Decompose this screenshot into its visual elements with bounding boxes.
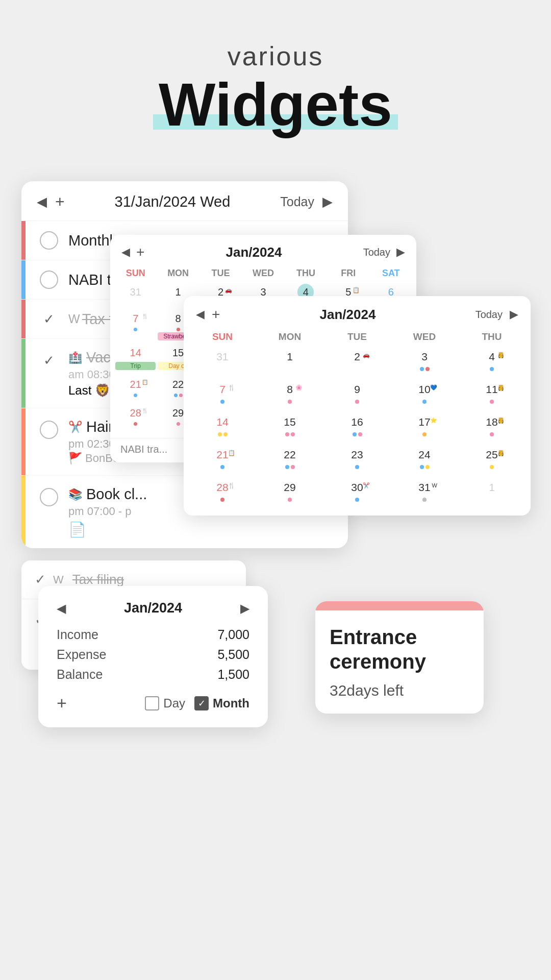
big-cal-cell[interactable]: 4👸 — [458, 346, 525, 377]
big-cal-cell[interactable]: 17⭐ — [391, 411, 458, 442]
day-header-wed: WED — [242, 266, 284, 280]
big-day-tue: TUE — [323, 330, 391, 344]
finance-footer: + Day ✓ Month — [57, 693, 249, 713]
task-done-check-vacc: ✓ — [40, 351, 58, 370]
big-cal-cell[interactable]: 1 — [458, 477, 525, 507]
big-cal-cell[interactable]: 10💙 — [391, 379, 458, 409]
big-cal-prev[interactable]: ◀ — [196, 308, 205, 321]
big-cal-day-headers: SUN MON TUE WED THU — [184, 330, 531, 344]
finance-prev[interactable]: ◀ — [57, 601, 66, 616]
day-header-tue: TUE — [199, 266, 242, 280]
task-done-check-tax: ✓ — [40, 310, 58, 328]
day-header-mon: MON — [157, 266, 199, 280]
big-day-sun: SUN — [189, 330, 256, 344]
title-text: Widgets — [159, 74, 392, 137]
big-day-mon: MON — [256, 330, 323, 344]
subtitle-text: various — [0, 41, 551, 71]
big-cal-cell[interactable]: 29 — [256, 477, 323, 507]
big-cal-cell[interactable]: 21📋 — [189, 444, 256, 475]
big-cal-cell[interactable]: 25👸 — [458, 444, 525, 475]
cal-cell[interactable]: 31 — [114, 282, 157, 308]
finance-widget: ◀ Jan/2024 ▶ Income 7,000 Expense 5,500 … — [38, 586, 268, 727]
day-label: Day — [163, 696, 185, 710]
income-label: Income — [57, 627, 98, 642]
finance-balance-row: Balance 1,500 — [57, 667, 249, 682]
big-cal-cell[interactable]: 16 — [323, 411, 391, 442]
big-cal-title: Jan/2024 — [227, 307, 468, 323]
big-cal-cell[interactable]: 23 — [323, 444, 391, 475]
income-value: 7,000 — [217, 627, 249, 642]
small-cal-today[interactable]: Today — [363, 247, 390, 258]
small-cal-header: ◀ + Jan/2024 Today ▶ — [110, 235, 416, 266]
day-header-thu: THU — [285, 266, 327, 280]
page-header: various Widgets — [0, 0, 551, 137]
big-cal-cell[interactable]: 7🍴 — [189, 379, 256, 409]
big-cal-cell[interactable]: 28🍴 — [189, 477, 256, 507]
month-label: Month — [213, 696, 249, 710]
finance-next[interactable]: ▶ — [240, 601, 249, 616]
big-cal-cell[interactable]: 11👸 — [458, 379, 525, 409]
cal-cell[interactable]: 14 Trip — [114, 343, 157, 374]
task-today-btn[interactable]: Today — [280, 194, 314, 209]
expense-label: Expense — [57, 647, 106, 662]
balance-label: Balance — [57, 667, 103, 682]
check-icon-tax: ✓ — [35, 572, 46, 587]
big-cal-cell[interactable]: 9 — [323, 379, 391, 409]
day-header-sun: SUN — [114, 266, 157, 280]
cal-cell[interactable]: 21📋 — [114, 375, 157, 402]
task-check-circle-haircut — [40, 421, 58, 439]
big-cal-today[interactable]: Today — [475, 309, 503, 321]
big-cal-cell[interactable]: 30✂️ — [323, 477, 391, 507]
big-cal-cell[interactable]: 31 — [189, 346, 256, 377]
big-cal-cell[interactable]: 14 — [189, 411, 256, 442]
big-cal-cell[interactable]: 3 — [391, 346, 458, 377]
big-cal-header: ◀ + Jan/2024 Today ▶ — [184, 296, 531, 330]
big-cal-cell[interactable]: 15 — [256, 411, 323, 442]
small-cal-title: Jan/2024 — [151, 244, 357, 260]
day-header-sat: SAT — [370, 266, 412, 280]
task2-tax-name: Tax filing — [72, 572, 124, 587]
task-check-circle — [40, 231, 58, 250]
task-check-circle-nabi — [40, 271, 58, 289]
page-background: various Widgets ◀ + 31/Jan/2024 Wed Toda… — [0, 0, 551, 980]
small-cal-prev[interactable]: ◀ — [121, 246, 130, 259]
task-widget-header: ◀ + 31/Jan/2024 Wed Today ▶ — [21, 181, 348, 221]
task-prev-btn[interactable]: ◀ — [37, 194, 47, 210]
day-checkbox[interactable]: Day — [145, 696, 185, 710]
expense-value: 5,500 — [217, 647, 249, 662]
event-days-left: 32days left — [330, 682, 469, 699]
big-day-thu: THU — [458, 330, 525, 344]
cal-cell[interactable]: 28🍴 — [114, 403, 157, 431]
task-date-title: 31/Jan/2024 Wed — [73, 193, 272, 210]
big-cal-grid: 31 1 2🚗 3 4👸 7� — [184, 346, 531, 516]
small-cal-next[interactable]: ▶ — [396, 246, 405, 259]
finance-add-btn[interactable]: + — [57, 693, 67, 713]
big-cal-cell[interactable]: 18👸 — [458, 411, 525, 442]
big-day-wed: WED — [391, 330, 458, 344]
finance-header: ◀ Jan/2024 ▶ — [57, 600, 249, 616]
big-cal-cell[interactable]: 31W — [391, 477, 458, 507]
cal-cell[interactable]: 7🍴 — [114, 309, 157, 342]
finance-expense-row: Expense 5,500 — [57, 647, 249, 662]
big-cal-cell[interactable]: 2🚗 — [323, 346, 391, 377]
day-header-fri: FRI — [327, 266, 369, 280]
big-cal-cell[interactable]: 24 — [391, 444, 458, 475]
big-cal-add[interactable]: + — [212, 306, 220, 323]
big-cal-cell[interactable]: 22 — [256, 444, 323, 475]
task-add-btn[interactable]: + — [55, 192, 65, 211]
big-cal-cell[interactable]: 8🌸 — [256, 379, 323, 409]
big-cal-widget: ◀ + Jan/2024 Today ▶ SUN MON TUE WED THU… — [184, 296, 531, 516]
month-checkbox-box: ✓ — [194, 696, 209, 710]
big-cal-cell[interactable]: 1 — [256, 346, 323, 377]
event-widget: Entrance ceremony 32days left — [315, 601, 484, 714]
month-checkbox[interactable]: ✓ Month — [194, 696, 249, 710]
task-next-btn[interactable]: ▶ — [322, 194, 333, 210]
small-cal-day-headers: SUN MON TUE WED THU FRI SAT — [110, 266, 416, 280]
event-title: Entrance ceremony — [330, 625, 469, 674]
task-icon-book: 📄 — [68, 521, 147, 538]
event-widget-top-bar — [315, 601, 484, 610]
task-time-book: pm 07:00 - p — [68, 505, 147, 518]
small-cal-add[interactable]: + — [136, 244, 144, 260]
big-cal-next[interactable]: ▶ — [510, 308, 518, 321]
finance-income-row: Income 7,000 — [57, 627, 249, 642]
